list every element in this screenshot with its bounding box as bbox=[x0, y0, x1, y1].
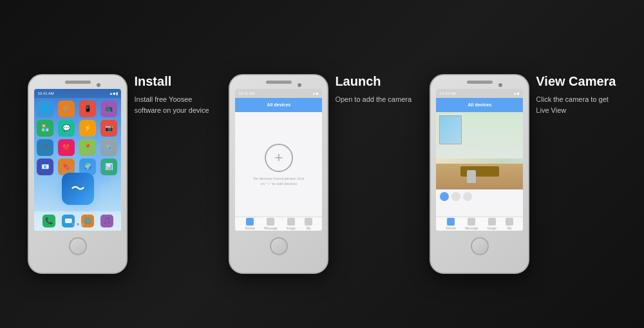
screen-install: 10:41 AM ▲◆▮ 🌐 🛒 📱 📺 🏪 💬 ⚡ 📷 🎵 ❤️ bbox=[34, 89, 121, 231]
phone-launch: 10:41 AM ▲◆ All devices + No devices fou… bbox=[229, 74, 328, 274]
speaker-icon-3 bbox=[467, 81, 493, 84]
top-bar-camera: All devices bbox=[436, 98, 523, 112]
screen-viewcamera: 10:44 AM ▲◆ All devices bbox=[436, 89, 523, 231]
tab-my[interactable]: My bbox=[305, 218, 312, 230]
tab-image[interactable]: Image bbox=[287, 218, 296, 230]
phone-bottom-1 bbox=[29, 233, 126, 259]
app-icon-6[interactable]: 💬 bbox=[58, 120, 75, 137]
yoosee-app-icon[interactable]: 〜 bbox=[62, 173, 94, 205]
device-tab-icon bbox=[246, 218, 254, 226]
message-tab-label: Message bbox=[264, 226, 277, 230]
app-icon-5[interactable]: 🏪 bbox=[37, 120, 53, 137]
thumb-3[interactable] bbox=[463, 192, 472, 201]
step-install-group: 10:41 AM ▲◆▮ 🌐 🛒 📱 📺 🏪 💬 ⚡ 📷 🎵 ❤️ bbox=[28, 55, 211, 274]
screen-launch: 10:41 AM ▲◆ All devices + No devices fou… bbox=[235, 89, 322, 231]
apps-screen: 10:41 AM ▲◆▮ 🌐 🛒 📱 📺 🏪 💬 ⚡ 📷 🎵 ❤️ bbox=[34, 89, 121, 231]
app-icon-13[interactable]: 📧 bbox=[37, 159, 53, 175]
status-bar-3: 10:44 AM ▲◆ bbox=[436, 89, 523, 98]
home-button-2[interactable] bbox=[270, 237, 288, 255]
add-device-button[interactable]: + bbox=[265, 144, 293, 172]
bottom-bar-camera: Device Message Image My bbox=[436, 217, 523, 231]
app-icon-1[interactable]: 🌐 bbox=[37, 101, 53, 117]
step-viewcamera-group: 10:44 AM ▲◆ All devices bbox=[430, 55, 616, 274]
main-scene: 10:41 AM ▲◆▮ 🌐 🛒 📱 📺 🏪 💬 ⚡ 📷 🎵 ❤️ bbox=[0, 0, 644, 328]
app-icon-11[interactable]: 📍 bbox=[79, 139, 96, 156]
no-devices-label: No devices found,please click on "+" to … bbox=[253, 176, 305, 187]
step-launch-info: Launch Open to add the camera bbox=[335, 55, 412, 106]
message-tab-icon-c bbox=[468, 218, 475, 226]
step-launch-group: 10:41 AM ▲◆ All devices + No devices fou… bbox=[229, 55, 412, 274]
signal-label: ▲◆▮ bbox=[109, 91, 118, 95]
camera-thumbnails bbox=[436, 189, 523, 204]
dock-icon-3[interactable]: 🌐 bbox=[81, 215, 94, 227]
alldevices-screen: 10:41 AM ▲◆ All devices + No devices fou… bbox=[235, 89, 322, 231]
app-icon-3[interactable]: 📱 bbox=[79, 101, 96, 117]
app-icon-2[interactable]: 🛒 bbox=[58, 101, 75, 117]
viewcamera-title: View Camera bbox=[536, 74, 616, 89]
phone-top-1 bbox=[29, 75, 126, 86]
launch-description: Open to add the camera bbox=[335, 94, 412, 106]
app-icon-7[interactable]: ⚡ bbox=[79, 120, 96, 137]
image-tab-label: Image bbox=[287, 226, 296, 230]
thumb-1[interactable] bbox=[440, 192, 449, 201]
bottom-bar-launch: Device Message Image My bbox=[235, 217, 322, 231]
image-tab-icon-c bbox=[488, 218, 496, 226]
time-label: 10:41 AM bbox=[37, 92, 53, 95]
device-tab-label-c: Device bbox=[446, 226, 456, 230]
camera-live-view[interactable] bbox=[436, 112, 523, 189]
install-title: Install bbox=[134, 74, 211, 89]
viewcamera-description: Click the camera to get Live View bbox=[536, 94, 613, 117]
speaker-icon bbox=[65, 81, 91, 84]
step-viewcamera-info: View Camera Click the camera to get Live… bbox=[536, 55, 616, 117]
dock-icon-4[interactable]: 🎵 bbox=[100, 215, 113, 227]
signal-label-3: ▲◆ bbox=[513, 91, 520, 95]
app-icon-9[interactable]: 🎵 bbox=[37, 139, 53, 156]
phone-viewcamera: 10:44 AM ▲◆ All devices bbox=[430, 74, 529, 274]
phone-bottom-3 bbox=[431, 233, 528, 259]
tab-device-c[interactable]: Device bbox=[446, 218, 456, 230]
status-bar-2: 10:41 AM ▲◆ bbox=[235, 89, 322, 98]
time-label-2: 10:41 AM bbox=[238, 92, 254, 95]
device-tab-icon-c bbox=[447, 218, 455, 226]
message-tab-label-c: Message bbox=[465, 226, 478, 230]
devices-empty-state: + No devices found,please click on "+" t… bbox=[235, 112, 322, 218]
tab-image-c[interactable]: Image bbox=[488, 218, 497, 230]
alldevices-title: All devices bbox=[267, 102, 291, 107]
app-icon-10[interactable]: ❤️ bbox=[58, 139, 75, 156]
dock-icon-2[interactable]: ✉️ bbox=[62, 215, 75, 227]
phone-install: 10:41 AM ▲◆▮ 🌐 🛒 📱 📺 🏪 💬 ⚡ 📷 🎵 ❤️ bbox=[28, 74, 128, 274]
app-icon-8[interactable]: 📷 bbox=[100, 120, 117, 137]
speaker-icon-2 bbox=[266, 81, 292, 84]
my-tab-icon bbox=[305, 218, 312, 226]
phone-bottom-2 bbox=[230, 233, 327, 259]
page-dots bbox=[72, 223, 84, 226]
camera-screen: 10:44 AM ▲◆ All devices bbox=[436, 89, 523, 231]
tab-message[interactable]: Message bbox=[264, 218, 277, 230]
phone-top-3 bbox=[431, 75, 528, 86]
yoosee-logo: 〜 bbox=[71, 179, 85, 198]
dock-icon-1[interactable]: 📞 bbox=[43, 215, 55, 227]
front-camera-icon bbox=[97, 83, 100, 87]
step-install-info: Install Install free Yoosee software on … bbox=[134, 55, 211, 117]
tab-my-c[interactable]: My bbox=[506, 218, 513, 230]
dock-bar: 📞 ✉️ 🌐 🎵 bbox=[34, 211, 121, 231]
time-label-3: 10:44 AM bbox=[439, 92, 455, 95]
home-button-3[interactable] bbox=[471, 237, 489, 255]
image-tab-label-c: Image bbox=[488, 226, 497, 230]
phone-top-2 bbox=[230, 75, 327, 86]
my-tab-label-c: My bbox=[507, 226, 512, 230]
room-chair bbox=[467, 170, 476, 183]
room-table bbox=[460, 166, 499, 177]
thumb-2[interactable] bbox=[451, 192, 460, 201]
app-grid: 🌐 🛒 📱 📺 🏪 💬 ⚡ 📷 🎵 ❤️ 📍 ⚙️ 📧 🔖 bbox=[34, 98, 121, 178]
tab-message-c[interactable]: Message bbox=[465, 218, 478, 230]
camera-screen-title: All devices bbox=[468, 102, 492, 107]
install-description: Install free Yoosee software on your dev… bbox=[134, 94, 211, 117]
home-button-1[interactable] bbox=[69, 237, 87, 255]
app-icon-12[interactable]: ⚙️ bbox=[100, 139, 117, 156]
dot-1 bbox=[72, 223, 75, 226]
tab-device[interactable]: Device bbox=[245, 218, 255, 230]
app-icon-16[interactable]: 📊 bbox=[100, 159, 117, 175]
app-icon-4[interactable]: 📺 bbox=[100, 101, 117, 117]
top-bar-launch: All devices bbox=[235, 98, 322, 112]
